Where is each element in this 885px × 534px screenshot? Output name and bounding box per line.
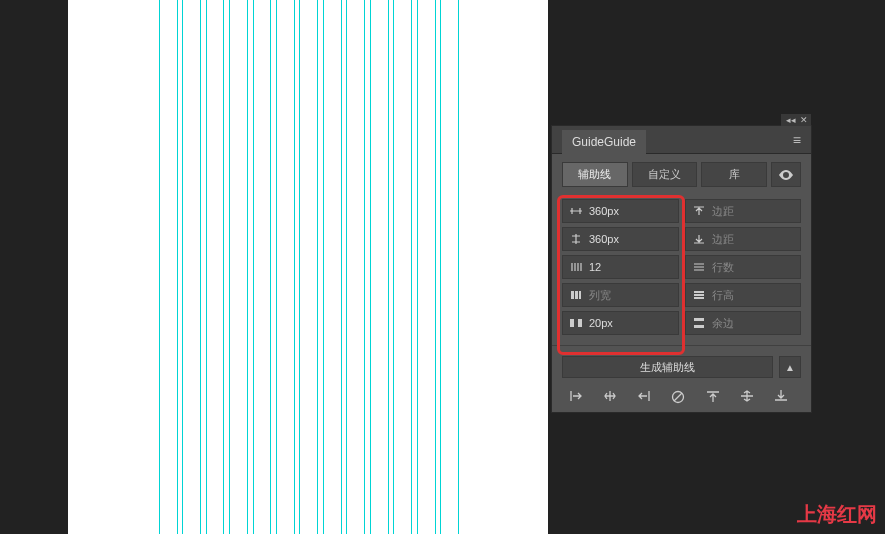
guide-line xyxy=(346,0,347,534)
guide-line xyxy=(341,0,342,534)
panel-title: GuideGuide xyxy=(562,130,646,154)
margin-top-icon xyxy=(692,206,706,216)
guide-line xyxy=(182,0,183,534)
guide-line xyxy=(458,0,459,534)
guide-line xyxy=(200,0,201,534)
row-height-field[interactable]: 行高 xyxy=(685,283,802,307)
width-icon xyxy=(569,206,583,216)
svg-rect-10 xyxy=(694,325,704,328)
guideguide-panel: ◂◂ ✕ GuideGuide ≡ 辅助线 自定义 库 360px 边距 xyxy=(551,125,812,413)
input-row-1: 360px 边距 xyxy=(562,199,801,223)
generate-guides-button[interactable]: 生成辅助线 xyxy=(562,356,773,378)
panel-header: GuideGuide ≡ xyxy=(552,126,811,154)
guide-line xyxy=(411,0,412,534)
columns-icon xyxy=(569,262,583,272)
align-bottom-icon[interactable] xyxy=(774,390,794,404)
panel-menu-icon[interactable]: ≡ xyxy=(793,132,801,148)
gutter-icon xyxy=(569,318,583,328)
action-row: 生成辅助线 ▲ xyxy=(552,345,811,384)
guide-line xyxy=(294,0,295,534)
guide-line xyxy=(177,0,178,534)
align-right-icon[interactable] xyxy=(637,390,657,404)
svg-rect-6 xyxy=(694,297,704,299)
row-height-icon xyxy=(692,290,706,300)
svg-rect-8 xyxy=(578,319,582,327)
svg-rect-3 xyxy=(579,291,581,299)
column-width-field[interactable]: 列宽 xyxy=(562,283,679,307)
margin-bottom-field[interactable]: 边距 xyxy=(685,227,802,251)
guide-line xyxy=(299,0,300,534)
svg-rect-7 xyxy=(570,319,574,327)
input-row-3: 12 行数 xyxy=(562,255,801,279)
margin-top-field[interactable]: 边距 xyxy=(685,199,802,223)
align-top-icon[interactable] xyxy=(706,390,726,404)
panel-topbar: ◂◂ ✕ xyxy=(781,114,811,126)
tab-visibility[interactable] xyxy=(771,162,801,187)
column-width-icon xyxy=(569,290,583,300)
columns-field[interactable]: 12 xyxy=(562,255,679,279)
rows-icon xyxy=(692,262,706,272)
remainder-field[interactable]: 余边 xyxy=(685,311,802,335)
guide-line xyxy=(417,0,418,534)
guide-line xyxy=(253,0,254,534)
svg-rect-2 xyxy=(575,291,578,299)
guide-line xyxy=(229,0,230,534)
guide-line xyxy=(270,0,271,534)
width-field[interactable]: 360px xyxy=(562,199,679,223)
guide-line xyxy=(440,0,441,534)
close-icon[interactable]: ✕ xyxy=(800,115,808,125)
align-left-icon[interactable] xyxy=(569,390,589,404)
svg-point-0 xyxy=(785,173,788,176)
eye-icon xyxy=(779,170,793,180)
guide-line xyxy=(323,0,324,534)
tabs-row: 辅助线 自定义 库 xyxy=(552,154,811,193)
document-canvas[interactable] xyxy=(68,0,548,534)
clear-icon[interactable] xyxy=(671,390,691,404)
gutter-field[interactable]: 20px xyxy=(562,311,679,335)
input-row-5: 20px 余边 xyxy=(562,311,801,335)
input-row-2: 360px 边距 xyxy=(562,227,801,251)
guide-line xyxy=(317,0,318,534)
guide-line xyxy=(159,0,160,534)
svg-rect-9 xyxy=(694,318,704,321)
tab-custom[interactable]: 自定义 xyxy=(632,162,698,187)
watermark: 上海红网 xyxy=(797,501,877,528)
height-field[interactable]: 360px xyxy=(562,227,679,251)
height-icon xyxy=(569,234,583,244)
dropdown-button[interactable]: ▲ xyxy=(779,356,801,378)
guide-line xyxy=(370,0,371,534)
svg-rect-5 xyxy=(694,294,704,296)
guide-line xyxy=(276,0,277,534)
guide-line xyxy=(435,0,436,534)
tab-guides[interactable]: 辅助线 xyxy=(562,162,628,187)
guide-line xyxy=(223,0,224,534)
collapse-icon[interactable]: ◂◂ xyxy=(786,115,796,125)
tab-library[interactable]: 库 xyxy=(701,162,767,187)
guide-line xyxy=(364,0,365,534)
guide-line xyxy=(206,0,207,534)
align-center-v-icon[interactable] xyxy=(740,390,760,404)
guide-line xyxy=(247,0,248,534)
input-row-4: 列宽 行高 xyxy=(562,283,801,307)
guide-line xyxy=(393,0,394,534)
svg-rect-4 xyxy=(694,291,704,293)
svg-rect-1 xyxy=(571,291,574,299)
tools-row xyxy=(552,384,811,412)
margin-bottom-icon xyxy=(692,234,706,244)
guide-line xyxy=(388,0,389,534)
remainder-icon xyxy=(692,318,706,328)
rows-field[interactable]: 行数 xyxy=(685,255,802,279)
align-center-h-icon[interactable] xyxy=(603,390,623,404)
inputs-area: 360px 边距 360px 边距 12 行数 xyxy=(552,193,811,345)
